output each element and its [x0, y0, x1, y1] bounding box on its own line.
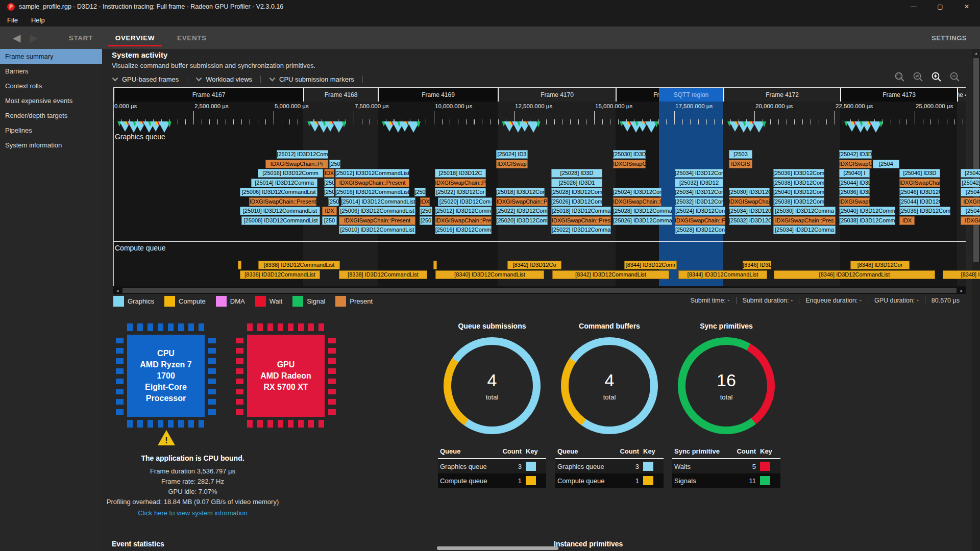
graphics-event-bar[interactable]: [25026] ID3D1: [551, 179, 602, 187]
graphics-event-bar[interactable]: [25014] ID3D12Comma: [251, 179, 317, 187]
scrollbar-thumb[interactable]: [122, 288, 957, 293]
graphics-event-bar[interactable]: [25020] ID3D12Com: [496, 216, 548, 225]
graphics-event-bar[interactable]: [25042] ID3D12Com: [961, 188, 980, 196]
graphics-event-bar[interactable]: [25028] ID3D: [551, 169, 602, 178]
graphics-event-bar[interactable]: IDXGISwapChain::Present: [339, 216, 415, 225]
compute-event-bar[interactable]: [433, 261, 437, 269]
graphics-event-bar[interactable]: [25038] ID3D12Comm: [839, 216, 895, 225]
dropdown-workload-views[interactable]: Workload views: [187, 76, 261, 83]
graphics-event-bar[interactable]: [25028] ID3D12Comma: [551, 188, 602, 196]
graphics-event-bar[interactable]: IDX: [324, 169, 334, 178]
graphics-event-bar[interactable]: IDX: [322, 207, 337, 215]
back-arrow-icon[interactable]: ◀: [8, 27, 25, 49]
graphics-event-bar[interactable]: [25026] ID3D12Comma: [613, 216, 672, 225]
compute-event-bar[interactable]: [8344] ID3D12Comr: [624, 261, 677, 269]
graphics-event-bar[interactable]: [25034] ID3D12Comm: [675, 169, 723, 178]
compute-event-bar[interactable]: [8340] ID3D12CommandList: [435, 270, 544, 279]
graphics-event-bar[interactable]: [25032] ID3D12: [675, 179, 723, 187]
graphics-event-bar[interactable]: [25028] ID3D12Con: [675, 226, 725, 234]
graphics-event-bar[interactable]: IDXGISwapChain::Present: [249, 197, 316, 206]
compute-event-bar[interactable]: [8344] ID3D12CommandList: [678, 270, 767, 279]
graphics-event-bar[interactable]: IDXGISwapChain::Pres: [551, 216, 611, 225]
graphics-event-bar[interactable]: [25022] ID3D12Comma: [551, 226, 611, 234]
graphics-event-bar[interactable]: [25032] ID3D12Con: [675, 197, 723, 206]
tab-start[interactable]: START: [58, 27, 104, 49]
graphics-event-bar[interactable]: [25012] ID3D12CommandList: [335, 169, 409, 178]
forward-arrow-icon[interactable]: ▶: [25, 27, 42, 49]
graphics-event-bar[interactable]: IDXGISwapChai: [729, 197, 770, 206]
graphics-event-bar[interactable]: [25036] ID3D12Com: [899, 207, 950, 215]
graphics-event-bar[interactable]: [25036] ID3D12Comm: [839, 188, 870, 196]
graphics-event-bar[interactable]: [25046] ID3D12Com: [899, 188, 940, 196]
sidebar-item-system-information[interactable]: System information: [0, 138, 102, 153]
graphics-event-bar[interactable]: IDXGISwapChain::Pr: [961, 216, 980, 225]
sidebar-item-barriers[interactable]: Barriers: [0, 64, 102, 79]
graphics-event-bar[interactable]: [25016] ID3D12CommandList: [335, 188, 409, 196]
graphics-event-bar[interactable]: IDXGISwapCh: [839, 197, 870, 206]
graphics-event-bar[interactable]: [25044] ID3D12Comm: [899, 197, 940, 206]
graphics-event-bar[interactable]: IDXGIS: [729, 160, 752, 168]
graphics-event-bar[interactable]: [25046] ID3D: [899, 169, 940, 178]
graphics-event-bar[interactable]: [25034] ID3D12Con: [675, 188, 723, 196]
graphics-event-bar[interactable]: IDX: [899, 216, 915, 225]
graphics-event-bar[interactable]: [25024] ID3: [496, 150, 528, 159]
graphics-event-bar[interactable]: IDXGISwapC: [613, 160, 646, 168]
zoom-to-selection-icon[interactable]: [894, 71, 905, 83]
graphics-event-bar[interactable]: [25046] ID3D12Com: [961, 207, 980, 215]
graphics-event-bar[interactable]: [25006] ID3D12CommandList: [240, 188, 317, 196]
compute-event-bar[interactable]: [8348] ID3D12CommandList: [943, 270, 980, 279]
graphics-event-bar[interactable]: [25020] ID3D12Com: [438, 197, 492, 206]
timeline-chart[interactable]: Graphics queue Compute queue ◂ ▸ Frame 4…: [113, 87, 966, 293]
graphics-event-bar[interactable]: [250: [328, 197, 339, 206]
graphics-event-bar[interactable]: [25028] ID3D12Comma: [613, 207, 672, 215]
graphics-event-bar[interactable]: [25024] ID3D12Con: [675, 207, 725, 215]
graphics-event-bar[interactable]: [250: [414, 188, 426, 196]
graphics-event-bar[interactable]: IDXGISwap: [496, 160, 528, 168]
graphics-event-bar[interactable]: [25034] ID3D12Comma: [773, 226, 836, 234]
graphics-event-bar[interactable]: IDX: [420, 197, 430, 206]
graphics-event-bar[interactable]: IDXGISwapChain::Pre: [961, 197, 980, 206]
graphics-event-bar[interactable]: [25026] ID3D12Comma: [551, 197, 602, 206]
zoom-reset-icon[interactable]: [913, 71, 924, 83]
graphics-event-bar[interactable]: [250: [324, 188, 334, 196]
partial-scrollbar-thumb[interactable]: [437, 546, 558, 550]
graphics-event-bar[interactable]: IDXGISwapC: [839, 160, 872, 168]
compute-event-bar[interactable]: [8342] ID3D12CommandList: [552, 270, 669, 279]
graphics-event-bar[interactable]: [25036] ID3D12Comma: [773, 169, 824, 178]
compute-event-bar[interactable]: [8338] ID3D12CommandList: [339, 270, 427, 279]
graphics-event-bar[interactable]: [25022] ID3D12Com: [496, 207, 548, 215]
sidebar-item-pipelines[interactable]: Pipelines: [0, 123, 102, 138]
graphics-event-bar[interactable]: [250: [329, 160, 340, 168]
zoom-out-icon[interactable]: [949, 71, 961, 83]
graphics-event-bar[interactable]: [25038] ID3D12Comma: [773, 179, 824, 187]
minimize-button[interactable]: —: [900, 0, 927, 13]
graphics-event-bar[interactable]: [25044] ID3D13: [839, 179, 870, 187]
frame-header-frame-4169[interactable]: Frame 4169: [378, 88, 498, 102]
graphics-event-bar[interactable]: [25008] ID3D12CommandList: [241, 216, 320, 225]
graphics-event-bar[interactable]: IDXGISwapChain::Pr: [265, 160, 328, 168]
graphics-event-bar[interactable]: [25030] ID3D12Comma: [773, 207, 836, 215]
graphics-event-bar[interactable]: [25014] ID3D12CommandList: [341, 197, 415, 206]
sidebar-item-most-expensive-events[interactable]: Most expensive events: [0, 93, 102, 108]
graphics-event-bar[interactable]: [250: [324, 179, 334, 187]
graphics-event-bar[interactable]: [25018] ID3D12C: [435, 169, 486, 178]
graphics-event-bar[interactable]: IDXGISwapChain::Pr: [899, 179, 940, 187]
frame-header-frame-4173[interactable]: Frame 4173: [840, 88, 957, 102]
graphics-event-bar[interactable]: [25022] ID3D12Cor: [435, 188, 486, 196]
sidebar-item-context-rolls[interactable]: Context rolls: [0, 79, 102, 93]
graphics-event-bar[interactable]: IDXGISwapChain::P: [496, 197, 548, 206]
graphics-event-bar[interactable]: [25012] ID3D12Com: [277, 150, 328, 159]
graphics-event-bar[interactable]: IDXGISwapChain::Pres: [613, 197, 662, 206]
menu-item-help[interactable]: Help: [31, 16, 45, 24]
compute-event-bar[interactable]: [8346] ID3D12CommandList: [774, 270, 935, 279]
close-button[interactable]: ✕: [953, 0, 980, 13]
graphics-event-bar[interactable]: [25032] ID3D12C0: [729, 216, 771, 225]
system-info-link[interactable]: Click here to view system information: [71, 509, 314, 517]
graphics-event-bar[interactable]: [25034] ID3D120: [729, 207, 771, 215]
graphics-event-bar[interactable]: [25042] ID3D12Comr: [961, 169, 980, 178]
scroll-right-icon[interactable]: ▸: [958, 288, 966, 293]
graphics-event-bar[interactable]: [25040] ID3D12Comma: [773, 188, 824, 196]
maximize-button[interactable]: ▢: [927, 0, 953, 13]
dropdown-cpu-submission-markers[interactable]: CPU submission markers: [261, 76, 363, 83]
graphics-event-bar[interactable]: [25042] ID3D12Comma: [961, 179, 980, 187]
